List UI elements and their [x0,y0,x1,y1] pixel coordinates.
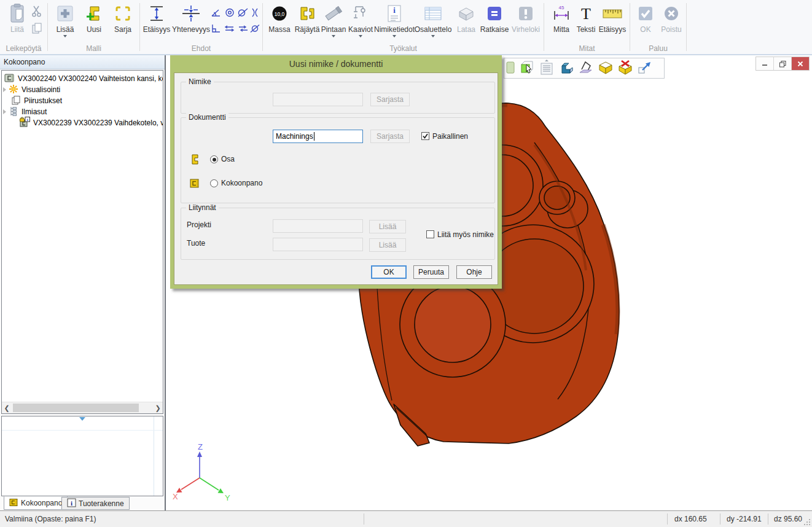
parallel-constraint-icon[interactable] [237,23,249,34]
series-button[interactable]: Sarja [109,2,137,34]
measure-distance-label: Etäisyys [599,25,627,34]
expand-arrow-icon[interactable] [3,109,6,114]
tuote-label: Tuote [187,239,205,248]
perpendicular-constraint-icon[interactable] [210,23,222,34]
distance-constraint-button[interactable]: Etäisyys [141,2,172,34]
group-label-tools: Työkalut [263,44,544,53]
series-label: Sarja [114,25,131,34]
tree-row-visualization[interactable]: Visualisointi [2,84,163,95]
paste-button[interactable]: Liitä [4,2,31,34]
ok-ribbon-label: OK [640,25,650,34]
expand-arrow-icon[interactable] [3,87,6,92]
equal-constraint-icon[interactable] [224,23,236,34]
restore-button[interactable] [773,57,791,70]
scissors-icon [31,5,43,19]
measure-distance-button[interactable]: Etäisyys [597,2,628,34]
parts-list-button[interactable]: Osaluettelo [415,2,451,37]
to-surface-button[interactable]: Pintaan [321,2,346,37]
angle-constraint-icon[interactable] [210,7,222,18]
mass-button[interactable]: 10,0 Massa [265,2,294,34]
ok-ribbon-button[interactable]: OK [634,2,657,34]
select-cube-icon[interactable] [519,60,535,77]
view-list-icon[interactable] [539,60,555,77]
svg-text:10,0: 10,0 [275,11,285,17]
text-button[interactable]: T Teksti [576,2,596,34]
status-divider [364,513,364,525]
osa-radio[interactable] [210,155,218,163]
dimension-button[interactable]: 45 Mitta [548,2,575,34]
copy-button[interactable] [31,22,43,36]
coincidence-button[interactable]: Yhtenevyys [173,2,209,34]
tree-item-label: VX3002239 VX3002239 Vaihdekotelo, valu . [33,119,163,127]
tab-tuoterakenne[interactable]: i Tuoterakenne [61,497,130,510]
error-log-button[interactable]: Virheloki [510,2,541,34]
dokumentti-input[interactable]: Machinings [273,130,363,143]
svg-text:i: i [71,499,72,507]
scroll-left-arrow[interactable]: ❮ [2,402,12,413]
projekti-input[interactable] [273,219,363,233]
chevron-down-icon [392,35,396,37]
schematics-button[interactable]: Kaaviot [347,2,374,37]
mass-icon: 10,0 [271,2,287,25]
nimike-input[interactable] [273,93,363,106]
smooth-constraint-icon[interactable] [249,23,261,34]
export-arrow-icon[interactable] [637,60,653,77]
pages-icon [11,95,21,107]
add-button[interactable]: Lisää [52,2,79,37]
chevron-down-icon [359,35,362,37]
concentric-constraint-icon[interactable] [224,7,236,18]
help-button[interactable]: Ohje [456,265,492,279]
nimike-sarjasta-button[interactable]: Sarjasta [370,93,410,106]
tree-row-part[interactable]: i VX3002239 VX3002239 Vaihdekotelo, valu… [2,117,163,128]
explode-button[interactable]: Räjäytä [294,2,320,34]
symmetry-constraint-icon[interactable] [249,7,261,18]
tangent-constraint-icon[interactable] [237,7,249,18]
dokumentti-sarjasta-button[interactable]: Sarjasta [370,130,410,143]
sketch-plane-icon[interactable] [578,60,594,77]
vertical-dimension-icon [147,2,166,25]
horizontal-scrollbar[interactable]: ❮ ❯ [2,402,163,413]
tab-kokoonpano[interactable]: Kokoonpano [4,496,68,510]
tree-item-label: Piirustukset [24,96,62,105]
group-label-constraints: Ehdot [140,44,262,53]
box-icon[interactable] [598,60,614,77]
tuote-input[interactable] [273,238,363,251]
cancel-button[interactable]: Peruuta [413,265,449,279]
coincidence-icon [181,2,201,25]
structure-grid-panel[interactable] [1,416,163,496]
resize-grip[interactable] [803,518,810,525]
scroll-right-arrow[interactable]: ❯ [153,402,163,413]
close-button[interactable] [791,57,809,70]
tree-row-features[interactable]: Ilmiasut [2,106,163,117]
svg-text:T: T [581,5,591,22]
load-button[interactable]: Lataa [454,2,478,34]
part-icon[interactable] [558,60,574,77]
exit-button[interactable]: Poistu [658,2,685,34]
cut-button[interactable] [31,5,43,19]
new-button[interactable]: Uusi [80,2,107,34]
item-data-button[interactable]: i Nimiketiedot [375,2,414,37]
ok-button[interactable]: OK [371,265,407,279]
axis-y-label: Y [225,493,230,502]
liita-myos-checkbox[interactable] [426,230,434,238]
tab-label: Kokoonpano [21,499,62,507]
partial-cube-icon[interactable] [506,60,515,77]
scrollbar-thumb[interactable] [13,404,139,412]
dialog-titlebar[interactable]: Uusi nimike / dokumentti [170,55,502,72]
chisel-icon [324,2,343,25]
info-document-icon: i [386,2,402,25]
tree-item-label: VX3002240 VX3002240 Vaihteiston kansi, k… [18,74,163,83]
solve-button[interactable]: Ratkaise [479,2,510,34]
group-label-model: Malli [48,44,139,53]
tree-row-drawings[interactable]: Piirustukset [2,95,163,106]
projekti-lisaa-button[interactable]: Lisää [369,220,406,233]
delete-box-icon[interactable] [617,60,633,77]
status-bar: Valmiina (Opaste: paina F1) dx 160.65 dy… [0,510,812,527]
status-divider [720,513,720,525]
new-part-icon [85,2,103,25]
tree-row-root[interactable]: VX3002240 VX3002240 Vaihteiston kansi, k… [2,73,163,84]
paikallinen-checkbox[interactable] [421,132,429,140]
kokoonpano-radio[interactable] [210,179,218,187]
tuote-lisaa-button[interactable]: Lisää [369,238,406,252]
minimize-button[interactable] [756,57,773,70]
